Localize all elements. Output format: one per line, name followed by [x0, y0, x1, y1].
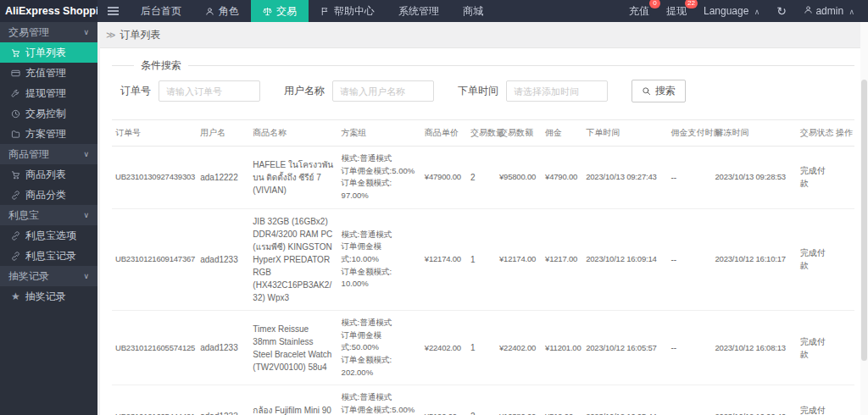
- sidebar-group-lottery-records[interactable]: 抽奖记录 ∨: [0, 266, 97, 286]
- sidebar-item-trade-control[interactable]: 交易控制: [0, 103, 97, 124]
- refresh-icon[interactable]: ↻: [776, 4, 787, 18]
- orders-table-body: UB2310130927439303 ada12222 HAFELE ในโคร…: [112, 147, 854, 415]
- col-header-amount: 交易数额: [496, 120, 542, 147]
- col-header-plan-group: 方案组: [338, 120, 421, 147]
- link-icon: [11, 252, 20, 261]
- table-row: UB2310121609147367 adad1233 JIB 32GB (16…: [112, 208, 854, 310]
- link-icon: [11, 191, 20, 200]
- col-header-trade-status: 交易状态: [797, 120, 832, 147]
- cell-action: [832, 385, 854, 415]
- cell-unfreeze-time: 2023/10/13 09:28:53: [712, 147, 797, 209]
- cell-trade-status: 完成付款: [797, 385, 832, 415]
- clock-icon: [11, 109, 20, 119]
- sidebar-item-interest-records[interactable]: 利息宝记录: [0, 246, 97, 266]
- credit-card-icon: [11, 69, 20, 78]
- orders-table-wrap: 订单号 用户名 商品名称 方案组 商品单价 交易数量 交易数额 佣金 下单时间 …: [100, 114, 866, 415]
- sidebar-item-order-list[interactable]: 订单列表: [0, 42, 97, 63]
- sidebar-item-product-category[interactable]: 商品分类: [0, 185, 97, 205]
- col-header-action: 操作: [832, 120, 854, 147]
- hamburger-menu-icon[interactable]: [97, 0, 129, 22]
- cell-action: [832, 147, 854, 209]
- recharge-link[interactable]: 充值 0: [629, 4, 649, 19]
- cell-trade-status: 完成付款: [797, 147, 832, 209]
- cell-commission-pay-time: --: [667, 385, 711, 415]
- order-no-input[interactable]: [159, 80, 260, 102]
- cell-action: [832, 208, 854, 310]
- sidebar-item-lottery-records[interactable]: ★ 抽奖记录: [0, 286, 97, 307]
- nav-item-help-center[interactable]: 帮助中心: [309, 0, 387, 22]
- search-panel-title: 条件搜索: [134, 58, 188, 73]
- cell-product-name: JIB 32GB (16GBx2) DDR4/3200 RAM PC (แรมพ…: [249, 208, 337, 310]
- col-header-quantity: 交易数量: [467, 120, 496, 147]
- person-icon: [804, 5, 813, 14]
- breadcrumb-arrow-icon: ≫: [106, 30, 116, 41]
- table-header-row: 订单号 用户名 商品名称 方案组 商品单价 交易数量 交易数额 佣金 下单时间 …: [112, 120, 854, 147]
- cell-plan-group: 模式:普通模式 订单佣金模式:5.00% 订单金额模式: 97.00%: [338, 147, 421, 209]
- cell-commission-pay-time: --: [667, 310, 711, 385]
- chevron-down-icon: ∨: [83, 211, 89, 219]
- language-dropdown[interactable]: Language ∧: [704, 5, 760, 17]
- cell-commission: ¥1217.00: [542, 208, 582, 310]
- cell-username: adad1233: [197, 310, 249, 385]
- sidebar-item-interest-options[interactable]: 利息宝选项: [0, 225, 97, 246]
- cell-commission: ¥11201.00: [542, 310, 582, 385]
- cell-quantity: 2: [467, 385, 496, 415]
- cell-commission: ¥4790.00: [542, 147, 582, 209]
- sidebar-group-product-mgmt[interactable]: 商品管理 ∨: [0, 144, 97, 164]
- table-row: UB2310121605444421 adad1233 กล้อง Fujifi…: [112, 385, 854, 415]
- scrollbar-thumb[interactable]: [861, 80, 867, 361]
- col-header-commission-pay-time: 佣金支付时间: [667, 120, 711, 147]
- cell-commission-pay-time: --: [667, 208, 711, 310]
- cell-order-time: 2023/10/12 16:05:44: [582, 385, 667, 415]
- content-card: 条件搜索 订单号 用户名称 下单时间 搜索: [100, 47, 866, 415]
- nav-item-roles[interactable]: 角色: [193, 0, 251, 22]
- cell-username: adad1233: [197, 385, 249, 415]
- user-menu[interactable]: admin ∧: [804, 5, 854, 17]
- sidebar: 交易管理 ∨ 订单列表 充值管理 提现管理 交易控制 方案管理 商品管理 ∨ 商…: [0, 22, 97, 415]
- nav-item-trade[interactable]: 交易: [251, 0, 309, 22]
- nav-item-mall[interactable]: 商城: [451, 0, 495, 22]
- cell-order-no: UB2310130927439303: [112, 147, 197, 209]
- table-row: UB2310130927439303 ada12222 HAFELE ในโคร…: [112, 147, 854, 209]
- cell-order-no: UB2310121609147367: [112, 208, 197, 310]
- search-button[interactable]: 搜索: [632, 80, 686, 102]
- username-input[interactable]: [332, 80, 434, 102]
- cell-unit-price: ¥5190.00: [421, 385, 467, 415]
- cart-icon: [11, 48, 20, 58]
- page-title: 订单列表: [120, 28, 161, 42]
- search-icon: [642, 86, 651, 96]
- sidebar-group-interest-treasure[interactable]: 利息宝 ∨: [0, 205, 97, 225]
- topbar-right: 充值 0 提现 22 Language ∧ ↻ admin ∧: [629, 0, 868, 22]
- recharge-badge: 0: [649, 0, 660, 8]
- cell-product-name: HAFELE ในโครงวพันบน ติดตั้งถึง ซีรีย์ 7 …: [249, 147, 337, 209]
- order-time-input[interactable]: [506, 80, 608, 102]
- col-header-order-time: 下单时间: [582, 120, 667, 147]
- sidebar-group-trade-mgmt[interactable]: 交易管理 ∨: [0, 22, 97, 42]
- cell-order-time: 2023/10/12 16:05:57: [582, 310, 667, 385]
- cell-order-time: 2023/10/13 09:27:43: [582, 147, 667, 209]
- col-header-username: 用户名: [197, 120, 249, 147]
- cell-plan-group: 模式:普通模式 订单佣金模式:5.00% 订单金额模式: 97.00%: [338, 385, 421, 415]
- main-content: ≫ 订单列表 条件搜索 订单号 用户名称 下单时间: [97, 0, 868, 415]
- cell-username: adad1233: [197, 208, 249, 310]
- sidebar-item-withdraw-mgmt[interactable]: 提现管理: [0, 83, 97, 103]
- sidebar-item-recharge-mgmt[interactable]: 充值管理: [0, 63, 97, 83]
- cell-trade-status: 完成付款: [797, 310, 832, 385]
- withdraw-link[interactable]: 提现 22: [666, 4, 687, 19]
- vertical-scrollbar[interactable]: [860, 22, 868, 415]
- cell-action: [832, 310, 854, 385]
- username-label: admin: [815, 5, 843, 17]
- col-header-commission: 佣金: [542, 120, 582, 147]
- cell-plan-group: 模式:普通模式 订单佣金模式:10.00% 订单金额模式: 10.00%: [338, 208, 421, 310]
- cell-username: ada12222: [197, 147, 249, 209]
- folder-icon: [11, 130, 20, 139]
- cell-unit-price: ¥22402.00: [421, 310, 467, 385]
- nav-item-system-mgmt[interactable]: 系统管理: [387, 0, 451, 22]
- nav-item-dashboard[interactable]: 后台首页: [129, 0, 193, 22]
- link-icon: [11, 231, 20, 241]
- cell-plan-group: 模式:普通模式 订单佣金模式:50.00% 订单金额模式: 202.00%: [338, 310, 421, 385]
- sidebar-item-product-list[interactable]: 商品列表: [0, 164, 97, 185]
- order-no-field: 订单号: [120, 80, 260, 102]
- cell-amount: ¥22402.00: [496, 310, 542, 385]
- sidebar-item-plan-mgmt[interactable]: 方案管理: [0, 124, 97, 144]
